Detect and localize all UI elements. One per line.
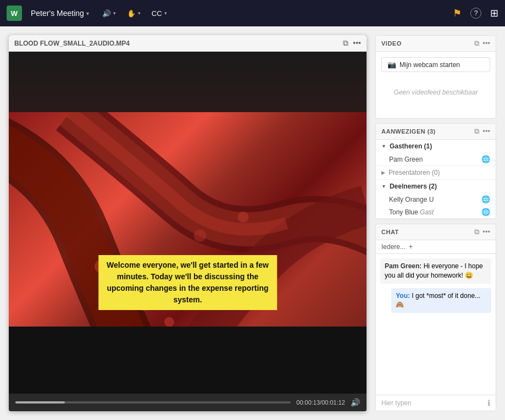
presenters-group: ▶ Presentatoren (0)	[376, 166, 496, 180]
attendees-icons: ⧉ •••	[474, 127, 490, 136]
presenters-label: Presentatoren (0)	[389, 169, 440, 176]
chat-header: CHAT ⧉ •••	[376, 224, 496, 240]
chat-input[interactable]	[381, 399, 484, 407]
attendees-section: AANWEZIGEN (3) ⧉ ••• ▼ Gastheren (1) Pam…	[375, 123, 496, 219]
attendees-popout-icon[interactable]: ⧉	[474, 127, 479, 136]
attendees-title: AANWEZIGEN (3)	[381, 128, 436, 135]
cc-label: CC	[152, 9, 162, 18]
attendee-name-kelly: Kelly Orange U	[389, 196, 434, 203]
audio-control-button[interactable]: 🔊 ▾	[102, 9, 116, 18]
popout-icon[interactable]: ⧉	[343, 38, 348, 48]
chat-section: CHAT ⧉ ••• Iedere... + Pam Green: Hi eve…	[375, 224, 496, 411]
video-header-icons: ⧉ •••	[343, 38, 361, 48]
video-frame: Welcome everyone, we'll get started in a…	[9, 52, 367, 394]
guests-collapse-icon: ▼	[381, 143, 386, 149]
right-panel: VIDEO ⧉ ••• 📷 Mijn webcam starten Geen v…	[375, 35, 496, 411]
no-feed-message: Geen videofeed beschikbaar	[381, 72, 490, 113]
attendee-name-tony: Tony Blue Gast	[389, 208, 434, 216]
chat-recipient-row: Iedere... +	[376, 240, 496, 254]
guests-label: Gastheren (1)	[390, 142, 432, 150]
video-panel-popout-icon[interactable]: ⧉	[474, 39, 479, 48]
video-panel-content: 📷 Mijn webcam starten Geen videofeed bes…	[376, 52, 496, 118]
svg-point-1	[164, 317, 174, 327]
participants-group: ▼ Deelnemers (2) Kelly Orange U 🌐 Tony B…	[376, 180, 496, 219]
audio-chevron-icon: ▾	[113, 10, 116, 16]
video-area: BLOOD FLOW_SMALL_2AUDIO.MP4 ⧉ •••	[9, 35, 367, 411]
video-panel-section: VIDEO ⧉ ••• 📷 Mijn webcam starten Geen v…	[375, 35, 496, 119]
chat-input-area: ℹ	[376, 395, 496, 411]
meeting-chevron-icon: ▾	[86, 10, 89, 16]
video-filename: BLOOD FLOW_SMALL_2AUDIO.MP4	[14, 40, 130, 47]
chat-message-pam: Pam Green: Hi everyone - I hope you all …	[380, 258, 491, 284]
attendees-more-icon[interactable]: •••	[482, 127, 490, 136]
chat-message-self: You: I got *most* of it done... 🙈	[391, 288, 491, 313]
time-display: 00:00:13/00:01:12	[296, 399, 345, 406]
start-webcam-button[interactable]: 📷 Mijn webcam starten	[381, 57, 490, 72]
participants-label: Deelnemers (2)	[390, 183, 437, 190]
progress-bar[interactable]	[15, 401, 291, 404]
video-panel-header: VIDEO ⧉ •••	[376, 36, 496, 52]
guests-group: ▼ Gastheren (1) Pam Green 🌐	[376, 140, 496, 166]
participants-collapse-icon: ▼	[381, 184, 386, 189]
attendee-row-tony: Tony Blue Gast 🌐	[376, 206, 496, 218]
attendee-row: Pam Green 🌐	[376, 153, 496, 165]
hand-icon: ✋	[127, 9, 136, 18]
chat-title: CHAT	[381, 229, 399, 235]
chat-messages: Pam Green: Hi everyone - I hope you all …	[376, 254, 496, 395]
svg-point-3	[237, 212, 248, 223]
webcam-icon: 📷	[387, 60, 396, 69]
presenters-expand-icon: ▶	[381, 170, 385, 175]
chat-add-recipient-button[interactable]: +	[409, 243, 413, 251]
caption-text: Welcome everyone, we'll get started in a…	[107, 261, 269, 304]
meeting-title[interactable]: Peter's Meeting ▾	[31, 9, 89, 18]
volume-icon[interactable]: 🔊	[351, 398, 360, 407]
attendee-name-pam: Pam Green	[389, 156, 423, 163]
hand-chevron-icon: ▾	[138, 10, 141, 16]
video-panel-more-icon[interactable]: •••	[482, 39, 490, 48]
globe-icon-tony: 🌐	[481, 208, 490, 216]
chat-header-icons: ⧉ •••	[474, 228, 490, 236]
attendee-row-kelly: Kelly Orange U 🌐	[376, 193, 496, 206]
chat-more-icon[interactable]: •••	[482, 228, 490, 236]
topbar-controls: 🔊 ▾ ✋ ▾ CC ▾	[102, 9, 167, 18]
main-content: BLOOD FLOW_SMALL_2AUDIO.MP4 ⧉ •••	[0, 26, 505, 420]
help-icon[interactable]: ?	[470, 8, 481, 19]
chat-info-icon: ℹ	[487, 399, 490, 407]
presenters-row[interactable]: ▶ Presentatoren (0)	[376, 166, 496, 179]
video-content: Welcome everyone, we'll get started in a…	[9, 112, 367, 327]
audio-icon: 🔊	[102, 9, 111, 18]
progress-bar-fill	[15, 401, 65, 404]
svg-point-2	[194, 229, 206, 241]
gast-label: Gast	[420, 208, 434, 216]
video-player-header: BLOOD FLOW_SMALL_2AUDIO.MP4 ⧉ •••	[9, 35, 367, 52]
participants-group-header[interactable]: ▼ Deelnemers (2)	[376, 180, 496, 193]
caption-box: Welcome everyone, we'll get started in a…	[98, 255, 278, 310]
layout-icon[interactable]: ⊞	[490, 7, 498, 19]
chat-sender-pam: Pam Green:	[385, 262, 421, 270]
more-options-icon[interactable]: •••	[353, 38, 361, 48]
globe-icon-pam: 🌐	[481, 155, 490, 163]
cc-chevron-icon: ▾	[164, 10, 167, 16]
video-panel-title: VIDEO	[381, 40, 402, 47]
globe-icon-kelly: 🌐	[481, 195, 490, 203]
video-controls: 00:00:13/00:01:12 🔊	[9, 394, 367, 411]
app-logo: W	[7, 5, 22, 21]
cc-control-button[interactable]: CC ▾	[152, 9, 167, 18]
topbar-right: ⚑ ? ⊞	[453, 7, 498, 19]
hand-control-button[interactable]: ✋ ▾	[127, 9, 141, 18]
alert-icon[interactable]: ⚑	[453, 7, 462, 19]
video-panel-icons: ⧉ •••	[474, 39, 490, 48]
chat-sender-self: You:	[396, 292, 410, 300]
attendees-header: AANWEZIGEN (3) ⧉ •••	[376, 124, 496, 140]
chat-popout-icon[interactable]: ⧉	[474, 228, 479, 236]
topbar: W Peter's Meeting ▾ 🔊 ▾ ✋ ▾ CC ▾ ⚑ ? ⊞	[0, 0, 505, 26]
video-dark-header	[9, 52, 367, 112]
guests-group-header[interactable]: ▼ Gastheren (1)	[376, 140, 496, 153]
chat-recipient-label: Iedere...	[381, 243, 406, 251]
